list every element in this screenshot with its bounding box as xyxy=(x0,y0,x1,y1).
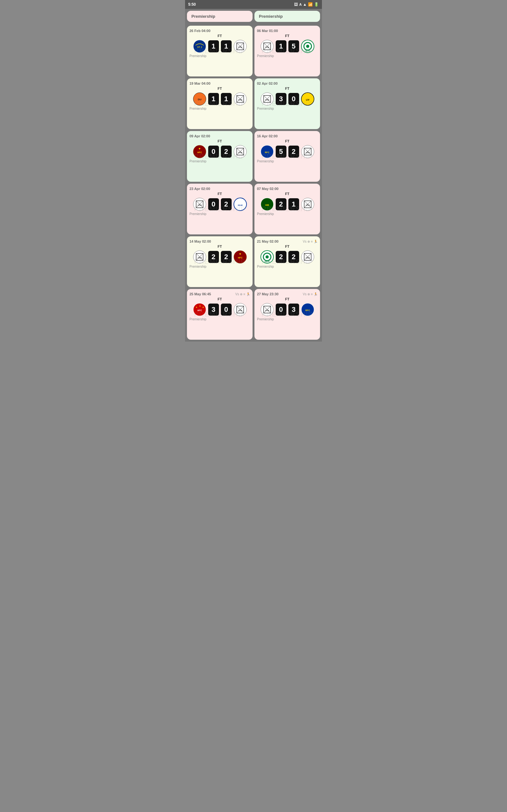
match-date: 25 May 06:45 xyxy=(189,292,211,296)
match-date: 02 Apr 02:00 xyxy=(257,82,278,85)
match-date: 23 Apr 02:00 xyxy=(189,187,210,191)
match-card[interactable]: PREMIERSHIP 09 Apr 02:00 FT HFC♥ 0 2 STM… xyxy=(187,131,252,182)
ft-label: FT xyxy=(189,245,250,248)
away-score: 2 xyxy=(288,146,299,158)
card-action-icons: Vs ⊕ ≡ 🏃 xyxy=(302,240,318,243)
status-time: 5:50 xyxy=(188,2,196,7)
ft-label: FT xyxy=(189,34,250,38)
card-header: 27 May 23:30 Vs ⊕ ≡ 🏃 xyxy=(257,292,318,296)
home-score: 2 xyxy=(276,251,286,263)
svg-text:★: ★ xyxy=(195,306,198,308)
svg-text:STM: STM xyxy=(265,99,269,101)
away-team-logo: STM xyxy=(301,198,314,211)
match-league-label: Premiership xyxy=(189,107,250,110)
match-score-row: HIB 2 1 STM xyxy=(257,198,318,211)
ft-label: FT xyxy=(257,192,318,196)
svg-text:CELTIC: CELTIC xyxy=(305,50,311,52)
ft-label: FT xyxy=(257,245,318,248)
match-league-label: Premiership xyxy=(257,54,318,58)
ft-label: FT xyxy=(257,87,318,90)
home-score: 1 xyxy=(276,40,286,52)
match-date: 21 May 02:00 xyxy=(257,240,279,243)
match-score-row: RFC 5 2 STM xyxy=(257,145,318,158)
match-score-row: STM 1 5 CELTIC xyxy=(257,40,318,53)
svg-text:STM: STM xyxy=(305,204,309,206)
match-league-label: Premiership xyxy=(189,317,250,321)
match-card[interactable]: PREMIERSHIP 26 Feb 04:00 FT ST J 1 1 STM… xyxy=(187,26,252,77)
card-header: 26 Feb 04:00 xyxy=(189,29,250,33)
card-header: 14 May 02:00 xyxy=(189,240,250,243)
away-team-logo: STM xyxy=(233,92,247,106)
svg-text:AFC: AFC xyxy=(197,309,202,311)
away-score: 0 xyxy=(221,304,232,316)
match-league-label: Premiership xyxy=(257,159,318,163)
match-card[interactable]: PREMIERSHIP 02 Apr 02:00 FT STM 3 0 LIV … xyxy=(255,78,320,129)
versus-icon: ⊕ xyxy=(307,293,310,296)
ft-label: FT xyxy=(257,297,318,301)
match-card[interactable]: PREMIERSHIP 06 Mar 01:00 FT STM 1 5 CELT… xyxy=(255,26,320,77)
runner-icon: 🏃 xyxy=(314,240,318,243)
match-date: 07 May 02:00 xyxy=(257,187,279,191)
match-date: 16 Apr 02:00 xyxy=(257,134,278,138)
home-score: 3 xyxy=(208,304,219,316)
card-header: 06 Mar 01:00 xyxy=(257,29,318,33)
home-score: 1 xyxy=(208,40,219,52)
svg-point-69 xyxy=(266,255,269,258)
versus-icon: ⊕ xyxy=(307,240,310,243)
svg-text:HIB: HIB xyxy=(265,204,269,206)
match-card[interactable]: PREMIERSHIP 25 May 06:45 Vs ⊕ ≡ 🏃 FT AFC… xyxy=(187,289,252,340)
away-score: 2 xyxy=(288,251,299,263)
ft-label: FT xyxy=(189,87,250,90)
away-team-logo: STM xyxy=(233,40,247,53)
home-team-logo: AFC★★★ xyxy=(193,303,206,316)
svg-text:★: ★ xyxy=(202,306,204,308)
away-score: 0 xyxy=(288,93,299,105)
svg-text:DU: DU xyxy=(198,98,202,101)
match-card[interactable]: PREMIERSHIP 21 May 02:00 Vs ⊕ ≡ 🏃 FT CEL… xyxy=(255,236,320,287)
match-date: 26 Feb 04:00 xyxy=(189,29,210,33)
svg-text:STM: STM xyxy=(198,257,202,259)
matches-container: PREMIERSHIP 26 Feb 04:00 FT ST J 1 1 STM… xyxy=(185,24,322,342)
match-card[interactable]: PREMIERSHIP 07 May 02:00 FT HIB 2 1 STM … xyxy=(255,184,320,235)
svg-text:STM: STM xyxy=(305,152,309,154)
card-action-icons: Vs ⊕ ≡ 🏃 xyxy=(302,293,318,296)
card-header: 23 Apr 02:00 xyxy=(189,187,250,191)
ft-label: FT xyxy=(189,192,250,196)
svg-text:STM: STM xyxy=(305,257,309,259)
match-score-row: ST J 1 1 STM xyxy=(189,40,250,53)
status-bar: 5:50 🖼 A ▲ 📶 🔋 xyxy=(185,0,322,9)
home-score: 0 xyxy=(276,304,286,316)
match-date: 19 Mar 04:00 xyxy=(189,82,210,85)
svg-text:STM: STM xyxy=(265,310,269,311)
away-score: 2 xyxy=(221,198,232,210)
card-header: 21 May 02:00 Vs ⊕ ≡ 🏃 xyxy=(257,240,318,243)
svg-text:KILM: KILM xyxy=(238,204,242,206)
home-team-logo: RFC xyxy=(261,145,274,158)
match-card[interactable]: PREMIERSHIP 27 May 23:30 Vs ⊕ ≡ 🏃 FT STM… xyxy=(255,289,320,340)
svg-text:HFC: HFC xyxy=(197,151,202,154)
ft-label: FT xyxy=(257,34,318,38)
away-team-logo: KILM xyxy=(233,198,247,211)
match-card[interactable]: PREMIERSHIP 19 Mar 04:00 FT DU 1 1 STM P… xyxy=(187,78,252,129)
header-label-left: Premiership xyxy=(191,14,215,19)
svg-point-14 xyxy=(306,45,309,48)
svg-text:HFC: HFC xyxy=(238,257,242,259)
card-header: 02 Apr 02:00 xyxy=(257,82,318,85)
match-score-row: STM 0 2 KILM xyxy=(189,198,250,211)
match-card[interactable]: PREMIERSHIP 14 May 02:00 FT STM 2 2 HFC♥… xyxy=(187,236,252,287)
home-team-logo: ST J xyxy=(193,40,206,53)
header-card-left: Premiership xyxy=(187,11,252,22)
away-team-logo: STM xyxy=(301,145,314,158)
list-icon: ≡ xyxy=(311,240,313,243)
a-icon: A xyxy=(299,3,302,6)
card-header: 25 May 06:45 Vs ⊕ ≡ 🏃 xyxy=(189,292,250,296)
away-team-logo: LIV xyxy=(301,92,314,106)
card-header: 07 May 02:00 xyxy=(257,187,318,191)
match-league-label: Premiership xyxy=(189,265,250,268)
match-league-label: Premiership xyxy=(257,265,318,268)
match-card[interactable]: PREMIERSHIP 16 Apr 02:00 FT RFC 5 2 STM … xyxy=(255,131,320,182)
match-league-label: Premiership xyxy=(257,212,318,216)
match-card[interactable]: PREMIERSHIP 23 Apr 02:00 FT STM 0 2 KILM… xyxy=(187,184,252,235)
away-team-logo: RFC xyxy=(301,303,314,316)
home-score: 5 xyxy=(276,146,286,158)
